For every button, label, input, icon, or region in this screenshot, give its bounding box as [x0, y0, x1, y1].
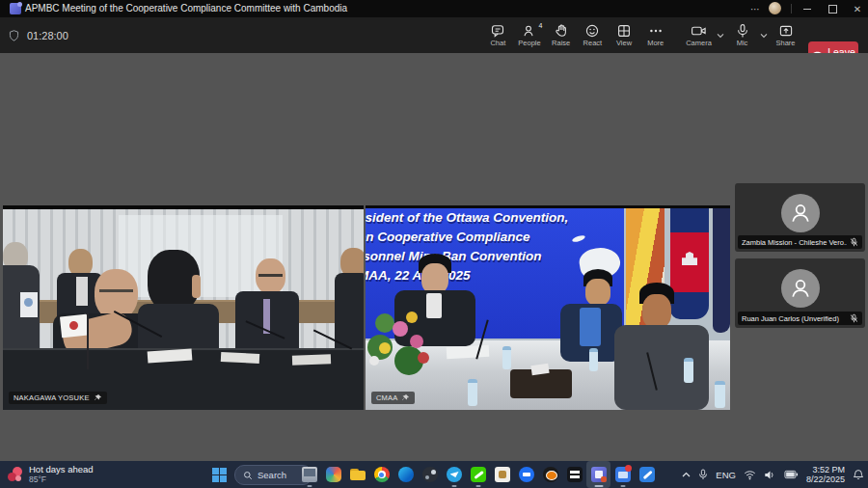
title-bar: APMBC Meeting of the Cooperative Complia… — [0, 0, 868, 17]
close-button[interactable]: ✕ — [847, 0, 868, 17]
line-app-icon[interactable] — [466, 461, 490, 488]
user-avatar[interactable] — [769, 2, 781, 14]
blender-icon[interactable] — [538, 461, 562, 488]
video-feed-cmaa[interactable]: esident of the Ottawa Convention, on Coo… — [366, 205, 730, 410]
meeting-timer: 01:28:00 — [8, 17, 68, 53]
water-bottle — [715, 381, 725, 408]
react-smiley-icon — [584, 23, 600, 39]
clock-time: 3:52 PM — [812, 465, 845, 474]
water-bottle — [684, 358, 693, 383]
copilot-icon[interactable] — [321, 461, 345, 488]
pin-icon — [94, 393, 102, 402]
person-silhouette — [256, 258, 285, 294]
water-bottle — [589, 348, 598, 371]
mic-muted-icon — [850, 313, 858, 324]
file-explorer-icon[interactable] — [345, 461, 369, 488]
camera-button[interactable]: Camera — [683, 19, 715, 51]
minimize-button[interactable] — [797, 0, 818, 17]
weather-widget[interactable]: Hot days ahead 85°F — [8, 461, 94, 488]
raise-hand-button[interactable]: Raise — [545, 19, 577, 51]
participant-name: NAKAGAWA YOSUKE — [14, 393, 90, 402]
participant-tile-ruan[interactable]: Ruan Juan Carlos (Unverified) — [735, 258, 865, 328]
weather-icon — [8, 467, 23, 482]
taskbar-apps — [297, 461, 659, 488]
camera-options-chevron-icon[interactable] — [715, 19, 726, 51]
taskbar-clock[interactable]: 3:52 PM 8/22/2025 — [806, 465, 845, 484]
store-icon[interactable] — [490, 461, 514, 488]
camera-icon — [691, 23, 707, 39]
weather-headline: Hot days ahead — [29, 465, 94, 474]
titlebar-divider — [791, 4, 792, 14]
steam-icon[interactable] — [418, 461, 442, 488]
view-button[interactable]: View — [609, 19, 640, 51]
edge-icon[interactable] — [393, 461, 418, 488]
navy-flag — [713, 205, 730, 333]
share-button[interactable]: Share — [770, 19, 801, 51]
start-button[interactable] — [212, 468, 227, 482]
people-button[interactable]: 4 People — [514, 19, 546, 51]
language-indicator[interactable]: ENG — [716, 470, 736, 480]
more-label: More — [647, 40, 664, 47]
mic-muted-icon — [850, 237, 858, 248]
chat-button[interactable]: Chat — [482, 19, 514, 51]
mic-button[interactable]: Mic — [726, 19, 758, 51]
task-view-icon[interactable] — [297, 461, 321, 488]
blue-pen-app-icon[interactable] — [635, 461, 659, 488]
search-icon — [243, 471, 253, 480]
participant-tile-zambia[interactable]: Zambia Mission - Chileshe Vero... — [735, 183, 865, 252]
share-label: Share — [775, 40, 795, 47]
wifi-icon[interactable] — [744, 470, 756, 480]
chrome-icon[interactable] — [369, 461, 393, 488]
banner-text: esident of the Ottawa Convention, on Coo… — [366, 208, 568, 285]
avatar-circle — [781, 269, 820, 308]
dropbox-icon[interactable] — [514, 461, 538, 488]
react-button[interactable]: React — [577, 19, 609, 51]
mic-label: Mic — [737, 40, 748, 47]
capcut-icon[interactable] — [562, 461, 586, 488]
volume-icon[interactable] — [764, 470, 776, 480]
teams-app-icon[interactable] — [586, 461, 610, 488]
participant-name-bar: Zambia Mission - Chileshe Vero... — [738, 235, 862, 249]
shield-icon — [8, 29, 20, 42]
raise-label: Raise — [552, 40, 570, 47]
titlebar-more-icon[interactable]: ⋯ — [745, 0, 766, 17]
battery-icon[interactable] — [784, 470, 799, 479]
flower-bouquet — [366, 306, 437, 383]
avatar-circle — [781, 194, 820, 232]
video-name-label: NAKAGAWA YOSUKE — [9, 392, 107, 404]
water-bottle — [502, 346, 511, 369]
maximize-button[interactable] — [822, 0, 843, 17]
video-name-label: CMAA — [371, 392, 415, 404]
clock-date: 8/22/2025 — [806, 474, 845, 484]
hidden-icons-chevron-icon[interactable] — [682, 472, 691, 478]
search-label: Search — [258, 470, 286, 480]
mic-icon — [735, 23, 750, 39]
chat-icon — [490, 23, 505, 39]
chat-label: Chat — [490, 40, 505, 47]
view-grid-icon — [616, 23, 632, 39]
toolbar-center-buttons: Chat 4 People Raise React View More — [482, 19, 671, 51]
more-button[interactable]: More — [639, 19, 671, 51]
people-icon — [522, 23, 537, 39]
weather-temp: 85°F — [29, 474, 94, 484]
notification-bell-icon[interactable] — [853, 469, 864, 481]
toolbar-share: Share — [770, 19, 802, 51]
mic-options-chevron-icon[interactable] — [758, 19, 770, 51]
participant-name: Ruan Juan Carlos (Unverified) — [742, 314, 847, 323]
more-dots-icon — [648, 23, 664, 39]
view-label: View — [616, 40, 632, 47]
water-bottle — [468, 379, 477, 406]
meeting-stage: NAKAGAWA YOSUKE esident of the Ottawa Co… — [0, 53, 868, 461]
meeting-toolbar: 01:28:00 Chat 4 People Raise React — [0, 17, 868, 54]
person-avatar-icon — [788, 276, 813, 301]
document-paper — [447, 345, 490, 359]
telegram-icon[interactable] — [442, 461, 466, 488]
video-feed-nakagawa[interactable]: NAKAGAWA YOSUKE — [3, 205, 364, 410]
participant-name: Zambia Mission - Chileshe Vero... — [742, 238, 847, 247]
raise-hand-icon — [554, 23, 569, 39]
participant-name: CMAA — [376, 393, 397, 402]
people-label: People — [518, 40, 540, 47]
tray-mic-icon[interactable] — [698, 469, 708, 480]
mail-app-icon[interactable] — [610, 461, 635, 488]
meeting-title: APMBC Meeting of the Cooperative Complia… — [25, 3, 347, 14]
